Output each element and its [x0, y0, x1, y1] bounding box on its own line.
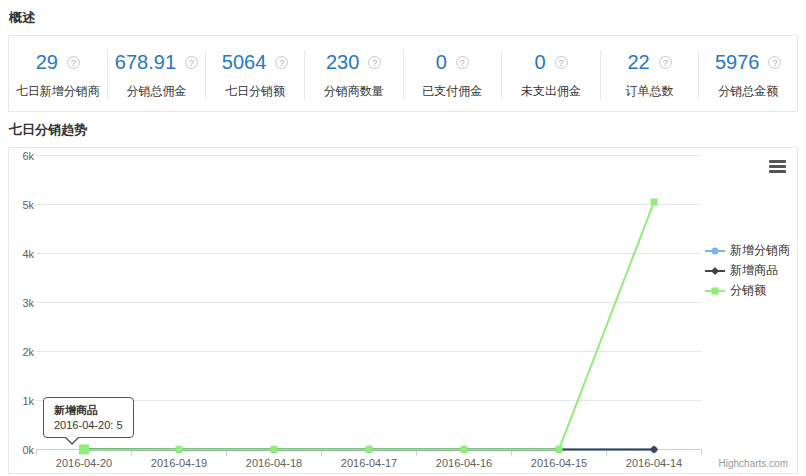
stat-value: 0	[436, 51, 447, 74]
trend-chart-svg: 0k1k2k3k4k5k6k2016-04-202016-04-192016-0…	[9, 148, 797, 473]
svg-text:2016-04-20: 2016-04-20	[56, 457, 112, 469]
svg-text:4k: 4k	[22, 248, 34, 260]
legend-item-0[interactable]: 新增分销商	[705, 242, 790, 259]
svg-text:5k: 5k	[22, 199, 34, 211]
y-axis-labels: 0k1k2k3k4k5k6k	[22, 150, 34, 456]
help-icon[interactable]: ?	[185, 56, 198, 69]
legend-item-1[interactable]: 新增商品	[705, 262, 790, 279]
highcharts-credits-link[interactable]: Highcharts.com	[719, 458, 788, 469]
stat-value: 22	[627, 51, 649, 74]
help-icon[interactable]: ?	[768, 56, 781, 69]
dashboard-page: 概述 29?七日新增分销商678.91?分销总佣金5064?七日分销额230?分…	[0, 9, 806, 476]
data-point-marker[interactable]	[366, 446, 373, 453]
legend-label: 新增分销商	[730, 242, 790, 259]
stat-label: 分销总佣金	[108, 83, 206, 100]
legend-marker-icon	[705, 285, 725, 297]
stat-label: 七日分销额	[206, 83, 304, 100]
svg-text:2016-04-15: 2016-04-15	[531, 457, 587, 469]
stat-card-1: 678.91?分销总佣金	[108, 50, 207, 100]
grid-lines	[37, 156, 702, 401]
data-point-marker[interactable]	[271, 446, 278, 453]
legend-item-2[interactable]: 分销额	[705, 282, 790, 299]
stats-panel: 29?七日新增分销商678.91?分销总佣金5064?七日分销额230?分销商数…	[8, 35, 798, 112]
svg-text:6k: 6k	[22, 150, 34, 162]
chart-export-menu-icon[interactable]	[769, 160, 786, 173]
svg-text:2016-04-17: 2016-04-17	[341, 457, 397, 469]
x-axis-labels: 2016-04-202016-04-192016-04-182016-04-17…	[56, 457, 682, 469]
stat-value: 0	[534, 51, 545, 74]
stat-value: 5976	[715, 51, 760, 74]
legend-label: 新增商品	[730, 262, 778, 279]
legend-marker-icon	[705, 265, 725, 277]
svg-text:0k: 0k	[22, 444, 34, 456]
svg-text:2016-04-16: 2016-04-16	[436, 457, 492, 469]
stat-card-3: 230?分销商数量	[305, 50, 404, 100]
help-icon[interactable]: ?	[67, 56, 80, 69]
stat-value: 678.91	[115, 51, 176, 74]
stat-label: 订单总数	[601, 83, 699, 100]
data-point-marker[interactable]	[650, 446, 658, 454]
stat-value: 230	[326, 51, 359, 74]
svg-text:2016-04-19: 2016-04-19	[151, 457, 207, 469]
stat-card-2: 5064?七日分销额	[206, 50, 305, 100]
data-point-marker[interactable]	[79, 444, 89, 454]
stat-label: 七日新增分销商	[9, 83, 107, 100]
legend-label: 分销额	[730, 282, 766, 299]
svg-text:2016-04-14: 2016-04-14	[626, 457, 682, 469]
svg-text:3k: 3k	[22, 297, 34, 309]
chart-legend: 新增分销商新增商品分销额	[705, 242, 790, 299]
trend-chart: 0k1k2k3k4k5k6k2016-04-202016-04-192016-0…	[8, 147, 798, 474]
stat-card-4: 0?已支付佣金	[404, 50, 503, 100]
help-icon[interactable]: ?	[368, 56, 381, 69]
stat-card-0: 29?七日新增分销商	[9, 50, 108, 100]
data-point-marker[interactable]	[176, 446, 183, 453]
data-point-marker[interactable]	[556, 446, 563, 453]
stat-card-6: 22?订单总数	[601, 50, 700, 100]
stat-value: 5064	[222, 51, 267, 74]
stat-value: 29	[36, 51, 58, 74]
help-icon[interactable]: ?	[659, 56, 672, 69]
data-point-marker[interactable]	[461, 446, 468, 453]
stat-label: 已支付佣金	[404, 83, 502, 100]
svg-text:2016-04-18: 2016-04-18	[246, 457, 302, 469]
stat-label: 分销总金额	[699, 83, 797, 100]
stat-label: 分销商数量	[305, 83, 403, 100]
svg-text:1k: 1k	[22, 395, 34, 407]
series-line	[84, 202, 654, 449]
svg-text:2k: 2k	[22, 346, 34, 358]
stat-card-5: 0?未支出佣金	[502, 50, 601, 100]
legend-marker-icon	[705, 245, 725, 257]
stat-label: 未支出佣金	[502, 83, 600, 100]
stat-card-7: 5976?分销总金额	[699, 50, 797, 100]
help-icon[interactable]: ?	[456, 56, 469, 69]
overview-title: 概述	[9, 9, 806, 27]
help-icon[interactable]: ?	[275, 56, 288, 69]
series-2	[79, 199, 658, 455]
data-point-marker[interactable]	[651, 199, 658, 206]
help-icon[interactable]: ?	[555, 56, 568, 69]
trend-title: 七日分销趋势	[9, 121, 806, 139]
